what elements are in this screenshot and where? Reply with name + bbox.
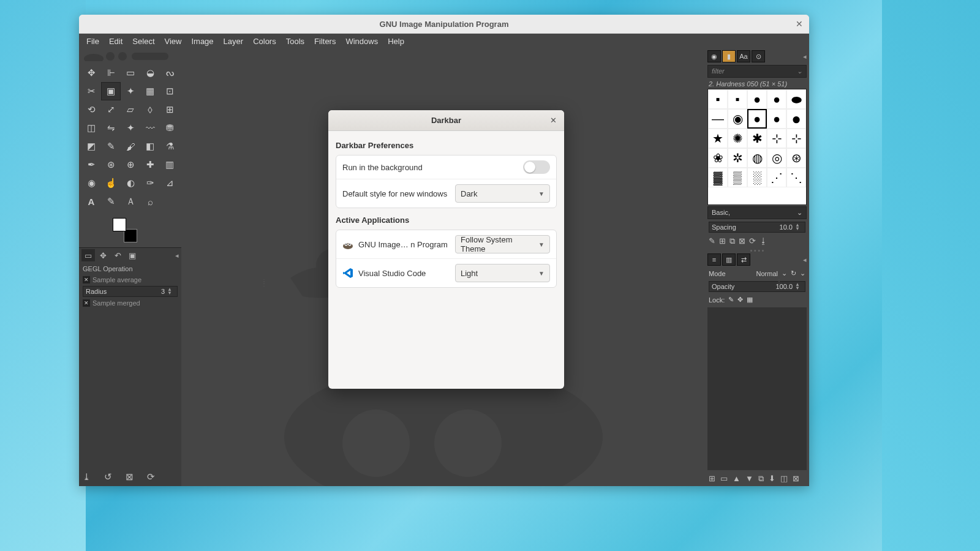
menu-select[interactable]: Select: [127, 35, 159, 48]
tool-bucket-icon[interactable]: ⛃: [160, 119, 179, 137]
tool-unified-icon[interactable]: ⊞: [160, 100, 179, 119]
tool-foreground-select-icon[interactable]: ▣: [101, 82, 121, 100]
tool-heal-icon[interactable]: ✚: [140, 156, 160, 174]
tool-scale-icon[interactable]: ⤢: [101, 100, 121, 119]
app-theme-dropdown[interactable]: Light ▼: [455, 264, 550, 282]
tool-gradient-icon[interactable]: ◩: [81, 137, 101, 156]
tool-handle-icon[interactable]: ◫: [81, 119, 101, 137]
sample-merged-checkbox[interactable]: ✕: [83, 299, 90, 307]
tool-pencil-icon[interactable]: ✎: [101, 137, 121, 156]
tool-zoom-icon[interactable]: ⌕: [140, 192, 160, 211]
del-brush-icon[interactable]: ⊠: [739, 236, 745, 246]
tool-align-icon[interactable]: ⊩: [101, 64, 121, 82]
tool-gegl-icon[interactable]: Ａ: [121, 192, 140, 211]
reset-options-icon[interactable]: ⟳: [147, 471, 155, 482]
tool-text-icon[interactable]: A: [81, 192, 101, 211]
brush-filter-input[interactable]: filter ⌄: [707, 65, 807, 78]
menu-file[interactable]: File: [81, 35, 104, 48]
layer-group-icon[interactable]: ▭: [720, 474, 728, 484]
chevron-down-icon[interactable]: ⌄: [800, 269, 805, 277]
tool-rotate-icon[interactable]: ⟲: [81, 100, 101, 119]
opacity-spinner[interactable]: Opacity 100.0 ▲▼: [709, 281, 805, 292]
menu-image[interactable]: Image: [186, 35, 218, 48]
tool-path-icon[interactable]: ✑: [140, 174, 160, 192]
merge-layer-icon[interactable]: ⬇: [769, 474, 775, 484]
rd-tab-menu-icon[interactable]: ◂: [803, 53, 807, 61]
tool-by-color-icon[interactable]: ▦: [140, 82, 160, 100]
lock-alpha-icon[interactable]: ▦: [747, 296, 753, 304]
spinner-arrows-icon[interactable]: ▲▼: [167, 288, 175, 295]
refresh-brush-icon[interactable]: ⟳: [749, 236, 756, 246]
rd-tab-menu-icon[interactable]: ◂: [803, 256, 807, 264]
tool-smudge-icon[interactable]: ☝: [101, 174, 121, 192]
brush-grid[interactable]: ▪▪●●⬬ —◉●●● ★✺✱⊹⊹ ❀✲◍◎⊛ ▓▒░⋰⋱: [707, 89, 807, 205]
delete-layer-icon[interactable]: ⊠: [793, 474, 799, 484]
menu-layer[interactable]: Layer: [219, 35, 249, 48]
lock-pixels-icon[interactable]: ✎: [728, 296, 734, 304]
chevron-down-icon[interactable]: ⌄: [782, 269, 787, 277]
spinner-arrows-icon[interactable]: ▲▼: [795, 283, 802, 290]
tool-perspective-clone-icon[interactable]: ▥: [160, 156, 179, 174]
tool-ellipse-select-icon[interactable]: ◒: [140, 64, 160, 82]
chevron-down-icon[interactable]: ⌄: [797, 67, 802, 75]
default-style-dropdown[interactable]: Dark ▼: [455, 184, 550, 203]
history-tab-icon[interactable]: ⊙: [752, 50, 765, 62]
mask-layer-icon[interactable]: ◫: [780, 474, 788, 484]
tool-color-picker-icon[interactable]: ✎: [101, 192, 121, 211]
save-options-icon[interactable]: ⤓: [83, 471, 91, 482]
layers-tab-icon[interactable]: ≡: [707, 253, 721, 266]
tool-scissors-icon[interactable]: ✂: [81, 82, 101, 100]
images-tab-icon[interactable]: ▣: [126, 249, 139, 261]
new-layer-icon[interactable]: ⊞: [709, 474, 715, 484]
tool-paintbrush-icon[interactable]: 🖌: [121, 137, 140, 156]
menu-filters[interactable]: Filters: [309, 35, 341, 48]
app-theme-dropdown[interactable]: Follow System Theme ▼: [455, 235, 550, 253]
raise-layer-icon[interactable]: ▲: [733, 474, 741, 484]
brush-preset-dropdown[interactable]: Basic, ⌄: [707, 206, 807, 219]
tool-fuzzy-select-icon[interactable]: ✦: [121, 82, 140, 100]
device-tab-icon[interactable]: ✥: [96, 249, 110, 261]
titlebar[interactable]: GNU Image Manipulation Program ✕: [79, 15, 809, 34]
patterns-tab-icon[interactable]: ▮: [722, 50, 736, 62]
menu-edit[interactable]: Edit: [104, 35, 127, 48]
tool-ink-icon[interactable]: ✒: [81, 156, 101, 174]
menu-help[interactable]: Help: [383, 35, 409, 48]
radius-spinner[interactable]: Radius 3 ▲▼: [83, 286, 178, 297]
lower-layer-icon[interactable]: ▼: [745, 474, 753, 484]
spinner-arrows-icon[interactable]: ▲▼: [795, 223, 802, 231]
tool-flip-icon[interactable]: ⇋: [101, 119, 121, 137]
dialog-titlebar[interactable]: Darkbar ✕: [328, 110, 564, 131]
dialog-close-icon[interactable]: ✕: [550, 116, 557, 125]
tool-perspective-icon[interactable]: ◊: [140, 100, 160, 119]
lock-position-icon[interactable]: ✥: [737, 296, 743, 304]
delete-options-icon[interactable]: ⊠: [126, 471, 134, 482]
tool-crop-icon[interactable]: ⊡: [160, 82, 179, 100]
undo-tab-icon[interactable]: ↶: [111, 249, 124, 261]
channels-tab-icon[interactable]: ▥: [722, 253, 736, 266]
layers-list[interactable]: [707, 307, 807, 470]
open-brush-icon[interactable]: ⭳: [760, 236, 767, 246]
tool-airbrush-icon[interactable]: ⚗: [160, 137, 179, 156]
tool-warp-icon[interactable]: 〰: [140, 119, 160, 137]
run-background-toggle[interactable]: [523, 160, 550, 174]
sample-average-checkbox[interactable]: ✕: [83, 276, 90, 283]
tool-rect-select-icon[interactable]: ▭: [121, 64, 140, 82]
restore-options-icon[interactable]: ↺: [104, 471, 112, 482]
tab-menu-icon[interactable]: ◂: [175, 252, 179, 260]
tool-mypaint-icon[interactable]: ⊛: [101, 156, 121, 174]
tool-measure-icon[interactable]: ⊿: [160, 174, 179, 192]
tool-clone-icon[interactable]: ⊕: [121, 156, 140, 174]
tool-blur-icon[interactable]: ◉: [81, 174, 101, 192]
edit-brush-icon[interactable]: ✎: [709, 236, 715, 246]
chevron-down-icon[interactable]: ⌄: [797, 209, 802, 217]
menu-windows[interactable]: Windows: [341, 35, 383, 48]
dup-brush-icon[interactable]: ⧉: [729, 236, 735, 246]
tool-shear-icon[interactable]: ▱: [121, 100, 140, 119]
fg-color-icon[interactable]: [113, 218, 126, 231]
new-brush-icon[interactable]: ⊞: [719, 236, 726, 246]
menu-colors[interactable]: Colors: [248, 35, 281, 48]
tool-cage-icon[interactable]: ✦: [121, 119, 140, 137]
window-close-icon[interactable]: ✕: [796, 19, 803, 29]
paths-tab-icon[interactable]: ⇄: [737, 253, 750, 266]
menu-tools[interactable]: Tools: [281, 35, 309, 48]
